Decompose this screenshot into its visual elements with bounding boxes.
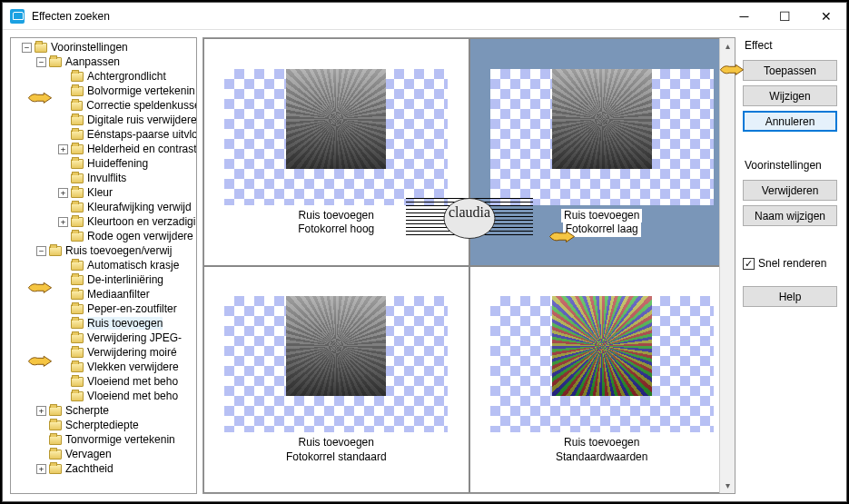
tree-label: Bolvormige vertekenin <box>87 84 195 97</box>
preview-fotokorrel-hoog[interactable]: Ruis toevoegen Fotokorrel hoog <box>203 38 469 266</box>
expand-icon[interactable]: + <box>58 144 68 154</box>
tree-label: De-interliniëring <box>87 273 163 286</box>
tree-item[interactable]: +Kleurtoon en verzadigi <box>11 214 196 229</box>
tree-item[interactable]: +Kleur <box>11 185 196 200</box>
minimize-button[interactable]: ─ <box>724 3 765 30</box>
preview-fotokorrel-laag[interactable]: Ruis toevoegen Fotokorrel laag <box>469 38 735 266</box>
tree-spacer <box>58 304 68 314</box>
tree-label: Vervagen <box>65 448 112 460</box>
folder-icon <box>71 86 84 96</box>
tree-label: Aanpassen <box>65 55 120 68</box>
cancel-button[interactable]: Annuleren <box>743 111 837 132</box>
pointer-hand-icon <box>27 89 53 107</box>
preset-tree-panel[interactable]: − Voorinstellingen − Aanpassen Achtergro… <box>10 37 197 494</box>
pointer-hand-icon <box>27 279 53 297</box>
folder-icon <box>35 43 47 53</box>
close-button[interactable]: ✕ <box>805 3 846 30</box>
folder-icon <box>71 319 84 329</box>
collapse-icon[interactable]: − <box>36 246 46 256</box>
tree-group-aanpassen[interactable]: − Aanpassen <box>11 54 196 69</box>
apply-button[interactable]: Toepassen <box>743 60 837 81</box>
tree-item[interactable]: +Helderheid en contrast <box>11 142 196 156</box>
collapse-icon[interactable]: − <box>36 57 46 67</box>
preview-standaardwaarden[interactable]: Ruis toevoegen Standaardwaarden <box>469 266 735 494</box>
tree-item[interactable]: Vervagen <box>11 447 196 461</box>
collapse-icon[interactable]: − <box>22 43 32 53</box>
tree-item[interactable]: Kleurafwijking verwijd <box>11 200 196 214</box>
tree-spacer <box>58 319 68 329</box>
tree-group-ruis[interactable]: − Ruis toevoegen/verwij <box>11 243 196 258</box>
tree-spacer <box>58 115 68 125</box>
help-button[interactable]: Help <box>743 286 837 307</box>
modify-button[interactable]: Wijzigen <box>743 85 837 106</box>
pointer-hand-icon <box>719 61 745 79</box>
preset-tree: − Voorinstellingen − Aanpassen Achtergro… <box>11 38 196 478</box>
folder-icon <box>49 420 62 430</box>
tree-item[interactable]: Invulflits <box>11 171 196 185</box>
delete-button[interactable]: Verwijderen <box>743 180 837 201</box>
tree-label: Verwijdering JPEG- <box>87 331 182 344</box>
expand-icon[interactable]: + <box>58 188 68 198</box>
tree-item[interactable]: Huideffening <box>11 156 196 171</box>
tree-label: Achtergrondlicht <box>87 70 166 83</box>
tree-item[interactable]: +Zachtheid <box>11 461 196 476</box>
folder-icon <box>71 144 84 154</box>
scroll-down-icon[interactable]: ▾ <box>720 478 735 493</box>
tree-label: Helderheid en contrast <box>87 143 196 155</box>
pointer-hand-icon <box>27 352 53 371</box>
tree-spacer <box>58 130 68 140</box>
tree-item[interactable]: Peper-en-zoutfilter <box>11 301 196 316</box>
tree-root[interactable]: − Voorinstellingen <box>11 40 196 54</box>
preview-caption: Ruis toevoegen Standaardwaarden <box>556 436 647 464</box>
tree-item[interactable]: Vloeiend met beho <box>11 389 196 403</box>
folder-icon <box>49 406 62 416</box>
folder-icon <box>71 275 84 285</box>
tree-spacer <box>58 333 68 343</box>
folder-icon <box>71 101 84 111</box>
tree-label: Kleurafwijking verwijd <box>87 201 192 213</box>
tree-label: Tonvormige vertekenin <box>65 433 175 446</box>
preview-thumbnail <box>224 69 448 205</box>
folder-icon <box>71 261 84 271</box>
presets-section-label: Voorinstellingen <box>745 159 837 172</box>
tree-spacer <box>36 435 46 445</box>
titlebar[interactable]: Effecten zoeken ─ ☐ ✕ <box>3 3 846 30</box>
tree-label: Rode ogen verwijdere <box>87 230 193 242</box>
expand-icon[interactable]: + <box>36 464 46 474</box>
tree-item[interactable]: Automatisch krasje <box>11 258 196 272</box>
tree-spacer <box>36 420 46 430</box>
expand-icon[interactable]: + <box>58 217 68 227</box>
tree-item[interactable]: Verwijdering JPEG- <box>11 331 196 345</box>
checkbox-icon: ✓ <box>743 258 755 270</box>
tree-item[interactable]: Scherptediepte <box>11 418 196 432</box>
tree-label: Verwijdering moiré <box>87 346 177 359</box>
tree-spacer <box>58 86 68 96</box>
rename-button[interactable]: Naam wijzigen <box>743 205 837 226</box>
tree-spacer <box>58 173 68 183</box>
maximize-button[interactable]: ☐ <box>765 3 805 30</box>
folder-icon <box>71 377 84 387</box>
preview-fotokorrel-standaard[interactable]: Ruis toevoegen Fotokorrel standaard <box>203 266 469 494</box>
client-area: − Voorinstellingen − Aanpassen Achtergro… <box>3 30 846 501</box>
tree-spacer <box>58 290 68 300</box>
tree-item[interactable]: Eénstaps-paarse uitvlo <box>11 127 196 142</box>
tree-item[interactable]: Ruis toevoegen <box>11 316 196 331</box>
tree-item[interactable]: Rode ogen verwijdere <box>11 229 196 243</box>
preview-scrollbar[interactable]: ▴ ▾ <box>719 38 735 493</box>
fast-render-checkbox[interactable]: ✓ Snel renderen <box>743 257 837 270</box>
expand-icon[interactable]: + <box>36 406 46 416</box>
folder-icon <box>49 435 62 445</box>
tree-item[interactable]: +Scherpte <box>11 403 196 418</box>
folder-icon <box>71 72 84 82</box>
tree-label: Scherptediepte <box>65 419 139 431</box>
tree-item[interactable]: Vloeiend met beho <box>11 374 196 389</box>
tree-item[interactable]: Digitale ruis verwijdere <box>11 113 196 127</box>
pointer-hand-icon <box>548 227 576 247</box>
tree-item[interactable]: Achtergrondlicht <box>11 69 196 84</box>
preview-thumbnail <box>224 296 448 432</box>
folder-icon <box>71 391 84 401</box>
tree-item[interactable]: Tonvormige vertekenin <box>11 432 196 447</box>
tree-label: Vloeiend met beho <box>87 390 178 402</box>
scroll-up-icon[interactable]: ▴ <box>720 38 735 54</box>
tree-spacer <box>58 159 68 169</box>
